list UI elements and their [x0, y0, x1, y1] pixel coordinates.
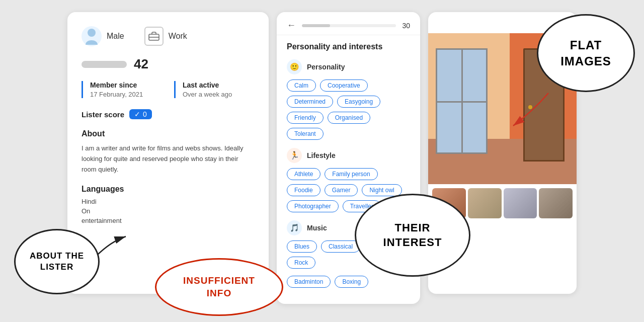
tag-athlete[interactable]: Athlete: [287, 168, 320, 180]
lifestyle-section: 🏃 Lifestyle AthleteFamily personFoodieGa…: [277, 145, 420, 217]
music-section-header: 🎵 Music: [287, 220, 410, 235]
lifestyle-section-name: Lifestyle: [307, 151, 336, 159]
thumbnail-1[interactable]: [432, 188, 466, 218]
personality-section-header: 🙂 Personality: [287, 59, 410, 74]
tag-photographer[interactable]: Photographer: [287, 200, 339, 212]
languages-title: Languages: [82, 185, 255, 194]
tag-rock[interactable]: Rock: [287, 257, 315, 269]
last-active-label: Last active: [183, 81, 255, 89]
tag-friendly[interactable]: Friendly: [287, 112, 324, 124]
meta-row: Member since 17 February, 2021 Last acti…: [82, 81, 255, 98]
personality-header: ← 30: [277, 12, 420, 35]
window-bar-v: [461, 50, 463, 152]
tag-foodie[interactable]: Foodie: [287, 184, 320, 196]
room-door: [523, 48, 565, 162]
svg-point-0: [88, 29, 96, 37]
age-bar: [82, 61, 127, 68]
back-button[interactable]: ←: [287, 20, 296, 31]
member-since-label: Member since: [90, 81, 162, 89]
images-card: ✕: [428, 12, 577, 294]
tag-classical[interactable]: Classical: [321, 240, 360, 253]
last-active-value: Over a week ago: [183, 91, 255, 98]
lister-work: Work: [144, 27, 187, 46]
personality-section: 🙂 Personality CalmCooperativeDeterminedE…: [277, 56, 420, 145]
lister-header: Male Work: [82, 26, 255, 46]
door-knob: [528, 105, 532, 109]
personality-section-name: Personality: [307, 63, 345, 71]
lifestyle-icon: 🏃: [287, 148, 302, 163]
music-tags: BluesClassicalHip-HopRock: [287, 240, 410, 269]
lang-hindi: Hindi: [82, 198, 255, 205]
score-value: 0: [143, 110, 147, 118]
lister-score-label: Lister score: [82, 110, 124, 119]
main-image: [428, 33, 577, 184]
last-active: Last active Over a week ago: [174, 81, 255, 98]
avatar-icon: [82, 26, 102, 46]
thumbnail-3[interactable]: [504, 188, 537, 218]
progress-number: 30: [402, 22, 410, 30]
age-row: 42: [82, 56, 255, 72]
music-icon: 🎵: [287, 220, 302, 235]
images-header: ✕: [428, 12, 577, 33]
score-badge: ✓ 0: [129, 109, 152, 119]
lifestyle-tags: AthleteFamily personFoodieGamerNight owl…: [287, 168, 410, 212]
tag-family-person[interactable]: Family person: [325, 168, 377, 180]
tag-tolerant[interactable]: Tolerant: [287, 128, 324, 140]
tag-blues[interactable]: Blues: [287, 240, 317, 253]
tag-hip-hop[interactable]: Hip-Hop: [364, 240, 401, 253]
work-icon: [144, 27, 164, 46]
section-title: Personality and interests: [277, 35, 420, 56]
personality-card: ← 30 Personality and interests 🙂 Persona…: [277, 12, 420, 304]
room-bg: [428, 33, 577, 184]
tag-organised[interactable]: Organised: [328, 112, 370, 124]
personality-icon: 🙂: [287, 59, 302, 74]
check-icon: ✓: [134, 110, 140, 118]
music-section-name: Music: [307, 224, 327, 232]
tag-traveller[interactable]: Traveller: [343, 200, 381, 212]
age-number: 42: [134, 56, 148, 72]
tag-night-owl[interactable]: Night owl: [362, 184, 401, 196]
about-text: I am a writer and write for films and we…: [82, 143, 255, 175]
tag-easygoing[interactable]: Easygoing: [337, 96, 380, 108]
lister-identity: Male: [82, 26, 124, 46]
sports-tags: BadmintonBoxing: [287, 276, 410, 288]
tag-calm[interactable]: Calm: [287, 79, 316, 92]
progress-bar: [302, 24, 396, 27]
tag-determined[interactable]: Determined: [287, 96, 333, 108]
thumbnail-strip: [428, 184, 577, 222]
close-button[interactable]: ✕: [562, 18, 570, 27]
tag-gamer[interactable]: Gamer: [325, 184, 358, 196]
thumbnail-2[interactable]: [468, 188, 502, 218]
thumbnail-4[interactable]: [539, 188, 573, 218]
lang-entertainment: entertainment: [82, 217, 255, 224]
lister-score-row: Lister score ✓ 0: [82, 109, 255, 119]
tag-badminton[interactable]: Badminton: [287, 276, 331, 288]
about-title: About: [82, 129, 255, 138]
music-section: 🎵 Music BluesClassicalHip-HopRock: [277, 217, 420, 274]
member-since: Member since 17 February, 2021: [82, 81, 162, 98]
progress-fill: [302, 24, 330, 27]
room-window: [436, 48, 488, 154]
lang-on: On: [82, 207, 255, 215]
work-label: Work: [169, 32, 187, 41]
tag-cooperative[interactable]: Cooperative: [320, 79, 368, 92]
gender-label: Male: [107, 32, 124, 41]
lifestyle-section-header: 🏃 Lifestyle: [287, 148, 410, 163]
tag-boxing[interactable]: Boxing: [335, 276, 368, 288]
lister-profile-card: Male Work 42 Member since 17 Febru: [67, 12, 269, 294]
personality-tags: CalmCooperativeDeterminedEasygoingFriend…: [287, 79, 410, 140]
member-since-value: 17 February, 2021: [90, 91, 162, 98]
